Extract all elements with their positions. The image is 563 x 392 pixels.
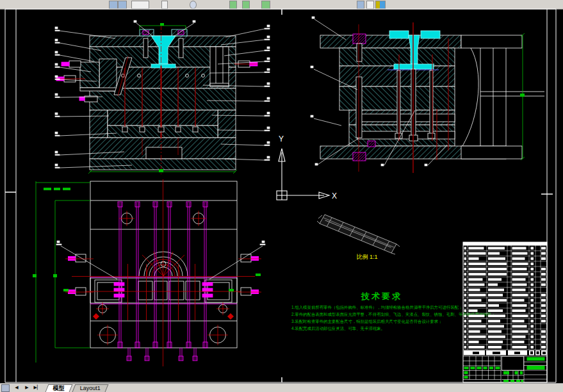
dimensions-green	[33, 181, 261, 363]
tab-model-label: 模型	[53, 385, 65, 392]
drawing-canvas[interactable]: Y X 比例 1:1	[0, 0, 563, 392]
tab-layout1[interactable]: Layout1	[72, 384, 109, 392]
section-view-side[interactable]	[311, 17, 544, 173]
bom-header-row	[463, 350, 547, 355]
plan-view[interactable]	[33, 179, 265, 366]
tab-nav-next-button[interactable]: ▶	[22, 384, 31, 391]
section-view-front[interactable]	[55, 20, 270, 174]
layout-tabs: 模型 Layout1	[47, 384, 110, 392]
dimension-green	[520, 33, 525, 160]
tech-requirement-line: 3.装配时检查零件的主要配合尺寸，特别是组装后相关尺寸变化是否符合设计要求；	[291, 319, 442, 324]
tech-requirement-line: 1.组入模架前所有零件（包括外购件、标准件），均须经检验合格并清理干净后方可进行…	[291, 305, 462, 310]
tech-requirements-title: 技术要求	[361, 291, 402, 301]
tab-nav-last-button[interactable]: ▶▏	[33, 384, 42, 391]
bom-table-rows	[463, 246, 547, 348]
tab-nav-prev-button[interactable]: ◀	[12, 384, 21, 391]
ucs-icon: Y X	[277, 135, 337, 200]
tab-layout1-label: Layout1	[80, 385, 101, 392]
tab-model[interactable]: 模型	[45, 384, 73, 392]
mold-plates	[80, 36, 236, 170]
layout-tabs-icon[interactable]	[1, 384, 10, 392]
tech-requirement-line: 4.装配完成后活动部位应灵活、可靠、无卡滞现象。	[291, 326, 385, 331]
layout-tab-bar: ◀ ▶ ▶▏ 模型 Layout1	[0, 383, 563, 392]
centerlines-red	[67, 179, 259, 366]
ucs-y-label: Y	[279, 135, 284, 143]
isometric-part[interactable]: 比例 1:1	[317, 215, 400, 260]
autocad-window: Y X 比例 1:1	[0, 0, 563, 392]
part-scale-label: 比例 1:1	[356, 254, 377, 260]
ucs-x-label: X	[332, 192, 337, 200]
